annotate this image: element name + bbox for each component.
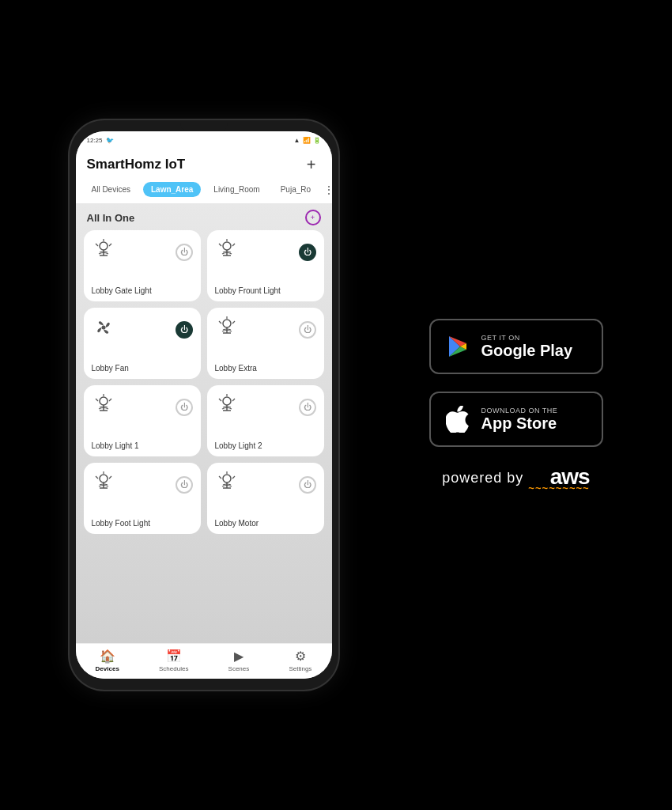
bg-area: All In One + bbox=[76, 203, 332, 643]
section-title: All In One bbox=[87, 212, 135, 224]
svg-line-17 bbox=[232, 321, 235, 324]
light-icon-6 bbox=[92, 471, 115, 498]
tab-all-devices[interactable]: All Devices bbox=[84, 182, 138, 197]
device-card-lobby-light-1[interactable]: ⏻ Lobby Light 1 bbox=[84, 385, 201, 456]
section-icon[interactable]: + bbox=[305, 210, 321, 225]
svg-point-12 bbox=[101, 326, 105, 330]
google-play-icon bbox=[444, 332, 472, 361]
home-icon: 🏠 bbox=[100, 649, 115, 664]
device-name-3: Lobby Extra bbox=[215, 364, 257, 373]
gear-icon: ⚙ bbox=[295, 649, 306, 664]
svg-line-22 bbox=[96, 399, 98, 401]
bottom-nav: 🏠 Devices 📅 Schedules ▶ Scenes ⚙ Setting… bbox=[76, 643, 332, 679]
signal-icon: ▲ bbox=[294, 137, 300, 144]
phone-notch bbox=[180, 120, 228, 131]
device-card-lobby-gate-light[interactable]: ⏻ Lobby Gate Light bbox=[84, 230, 201, 301]
status-left: 12:25 🐦 bbox=[87, 137, 114, 144]
powered-label: powered by bbox=[442, 470, 523, 486]
svg-line-23 bbox=[109, 399, 111, 401]
svg-line-10 bbox=[232, 244, 235, 246]
nav-item-settings[interactable]: ⚙ Settings bbox=[289, 649, 311, 672]
power-btn-7[interactable]: ⏻ bbox=[299, 476, 316, 494]
app-store-sub: Download on the bbox=[481, 407, 558, 414]
tab-lawn-area[interactable]: Lawn_Area bbox=[143, 182, 201, 197]
nav-label-settings: Settings bbox=[289, 665, 311, 672]
nav-item-devices[interactable]: 🏠 Devices bbox=[96, 649, 119, 672]
device-card-top-3: ⏻ bbox=[215, 316, 316, 343]
device-card-top-0: ⏻ bbox=[92, 238, 193, 266]
app-store-badge[interactable]: Download on the App Store bbox=[429, 392, 603, 447]
apple-icon bbox=[444, 405, 472, 433]
device-card-lobby-extra[interactable]: ⏻ Lobby Extra bbox=[207, 308, 324, 379]
nav-label-scenes: Scenes bbox=[228, 665, 250, 672]
svg-point-19 bbox=[100, 397, 108, 405]
status-right: ▲ 📶 🔋 bbox=[294, 137, 321, 144]
device-card-lobby-motor[interactable]: ⏻ Lobby Motor bbox=[207, 463, 324, 534]
power-btn-6[interactable]: ⏻ bbox=[176, 476, 193, 494]
device-card-top-2: ⏻ bbox=[92, 316, 193, 343]
device-grid: ⏻ Lobby Gate Light bbox=[76, 230, 332, 534]
tabs-row: All Devices Lawn_Area Living_Room Puja_R… bbox=[76, 179, 332, 203]
device-card-lobby-light-2[interactable]: ⏻ Lobby Light 2 bbox=[207, 385, 324, 456]
power-btn-2[interactable]: ⏻ bbox=[176, 321, 193, 339]
power-btn-1[interactable]: ⏻ bbox=[299, 244, 316, 261]
device-card-lobby-fan[interactable]: ⏻ Lobby Fan bbox=[84, 308, 201, 379]
nav-item-schedules[interactable]: 📅 Schedules bbox=[159, 649, 188, 672]
power-btn-4[interactable]: ⏻ bbox=[176, 399, 193, 416]
device-card-lobby-frount-light[interactable]: ⏻ Lobby Frount Light bbox=[207, 230, 324, 301]
svg-line-35 bbox=[109, 476, 111, 479]
device-card-top-4: ⏻ bbox=[92, 393, 193, 421]
phone-screen: 12:25 🐦 ▲ 📶 🔋 SmartHomz IoT + bbox=[76, 131, 332, 679]
device-card-top-5: ⏻ bbox=[215, 393, 316, 421]
wifi-icon: 📶 bbox=[303, 137, 311, 144]
power-btn-5[interactable]: ⏻ bbox=[299, 399, 316, 416]
section-header: All In One + bbox=[76, 203, 332, 230]
aws-arrow-icon: ~~~~~~~~~ bbox=[528, 486, 589, 492]
tabs-more-button[interactable]: ⋮ bbox=[323, 184, 331, 196]
phone-wrap: 12:25 🐦 ▲ 📶 🔋 SmartHomz IoT + bbox=[70, 120, 338, 690]
tab-living-room[interactable]: Living_Room bbox=[206, 182, 267, 197]
device-name-0: Lobby Gate Light bbox=[92, 286, 152, 295]
device-card-top-7: ⏻ bbox=[215, 471, 316, 498]
add-button[interactable]: + bbox=[302, 155, 321, 174]
google-play-badge[interactable]: GET IT ON Google Play bbox=[429, 319, 603, 374]
svg-line-3 bbox=[96, 244, 98, 246]
device-name-4: Lobby Light 1 bbox=[92, 441, 139, 450]
svg-point-13 bbox=[223, 320, 231, 327]
google-play-sub: GET IT ON bbox=[481, 334, 573, 342]
nav-label-devices: Devices bbox=[96, 665, 119, 672]
app-title: SmartHomz IoT bbox=[87, 157, 186, 172]
svg-line-40 bbox=[219, 476, 221, 479]
svg-line-41 bbox=[232, 476, 235, 479]
svg-point-6 bbox=[223, 242, 231, 250]
calendar-icon: 📅 bbox=[166, 649, 182, 664]
device-card-top-6: ⏻ bbox=[92, 471, 193, 498]
tab-puja-ro[interactable]: Puja_Ro bbox=[273, 182, 319, 197]
svg-line-29 bbox=[232, 399, 235, 401]
light-icon-3 bbox=[215, 316, 239, 343]
device-card-lobby-foot-light[interactable]: ⏻ Lobby Foot Light bbox=[84, 463, 201, 534]
nav-item-scenes[interactable]: ▶ Scenes bbox=[228, 649, 250, 672]
play-icon: ▶ bbox=[234, 649, 244, 664]
light-icon-4 bbox=[92, 393, 115, 421]
scene: 12:25 🐦 ▲ 📶 🔋 SmartHomz IoT + bbox=[0, 0, 672, 810]
powered-by-text: powered by aws ~~~~~~~~~ bbox=[442, 464, 589, 492]
right-panel: GET IT ON Google Play Download on the Ap… bbox=[429, 319, 603, 492]
app-store-text: Download on the App Store bbox=[481, 407, 558, 432]
device-name-5: Lobby Light 2 bbox=[215, 441, 262, 450]
device-name-6: Lobby Foot Light bbox=[92, 519, 151, 528]
power-btn-0[interactable]: ⏻ bbox=[176, 244, 193, 261]
svg-line-4 bbox=[109, 244, 111, 246]
status-bar: 12:25 🐦 ▲ 📶 🔋 bbox=[76, 131, 332, 149]
svg-line-9 bbox=[219, 244, 221, 246]
svg-line-16 bbox=[219, 321, 221, 324]
battery-icon: 🔋 bbox=[313, 137, 321, 144]
power-btn-3[interactable]: ⏻ bbox=[299, 321, 316, 339]
app-header: SmartHomz IoT + bbox=[76, 149, 332, 179]
svg-point-0 bbox=[100, 242, 108, 250]
device-name-1: Lobby Frount Light bbox=[215, 286, 281, 295]
device-name-2: Lobby Fan bbox=[92, 364, 129, 373]
svg-line-34 bbox=[96, 476, 98, 479]
svg-line-28 bbox=[219, 399, 221, 401]
google-play-text: GET IT ON Google Play bbox=[481, 334, 573, 359]
